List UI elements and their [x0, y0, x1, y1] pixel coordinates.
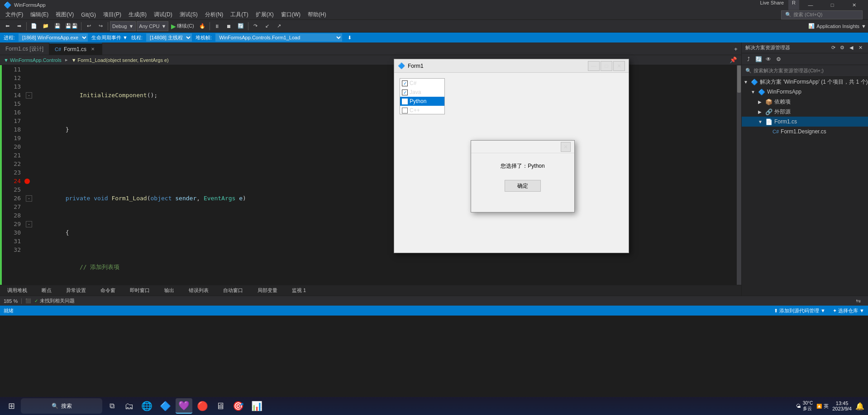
sidebar-settings-btn[interactable]: ⚙ — [838, 44, 846, 52]
taskbar-folder[interactable]: 🗂 — [121, 398, 137, 414]
tab-form1-design[interactable]: Form1.cs [设计] — [0, 43, 49, 55]
menu-edit[interactable]: 编辑(E) — [27, 10, 52, 20]
debug-process-dropdown[interactable]: [1868] WinFormsApp.exe — [19, 33, 88, 42]
panel-tab-command[interactable]: 命令窗 — [97, 286, 119, 295]
panel-tab-auto[interactable]: 自动窗口 — [219, 286, 247, 295]
debug-thread-dropdown[interactable]: [14808] 主线程 — [146, 33, 192, 42]
checked-list-box[interactable]: ✓ C# ✓ Java Python C++ — [400, 78, 445, 114]
checkbox-csharp[interactable]: ✓ — [402, 80, 408, 86]
zoom-value[interactable]: 185 % — [4, 298, 22, 304]
nav-method[interactable]: ▼ Form1_Load(object sender, EventArgs e) — [72, 57, 169, 63]
menu-debug[interactable]: 调试(D) — [150, 10, 176, 20]
sidebar-collapse-all-btn[interactable]: ⤴ — [744, 54, 754, 64]
menu-git[interactable]: Git(G) — [77, 10, 100, 20]
clock[interactable]: 13:45 2023/9/4 — [832, 401, 852, 411]
tree-form1-designer[interactable]: C# Form1.Designer.cs — [742, 127, 868, 137]
menu-project[interactable]: 项目(P) — [100, 10, 125, 20]
tray-up-icon[interactable]: 🔼 — [816, 404, 822, 409]
search-taskbar-btn[interactable]: 🔍 搜索 — [21, 398, 102, 414]
search-box[interactable]: 🔍 搜索 (Ctrl+Q) — [781, 10, 863, 19]
form1-minimize-btn[interactable]: — — [588, 61, 600, 71]
checkbox-cpp[interactable] — [402, 108, 408, 113]
collapse-26[interactable]: - — [26, 195, 32, 202]
new-tab-btn[interactable]: + — [730, 43, 741, 55]
sidebar-close-left-btn[interactable]: ◀ — [847, 44, 855, 52]
debug-expand-icon[interactable]: ⬇ — [348, 35, 352, 41]
toolbar-undo-btn[interactable]: ↩ — [83, 21, 94, 32]
scrollbar-thumb[interactable] — [737, 66, 741, 93]
taskbar-vs-code[interactable]: 🔷 — [157, 398, 174, 414]
toolbar-forward-btn[interactable]: ➡ — [14, 21, 24, 32]
toolbar-back-btn[interactable]: ⬅ — [2, 21, 13, 32]
taskbar-git[interactable]: 🔴 — [194, 398, 211, 414]
menu-view[interactable]: 视图(V) — [52, 10, 77, 20]
breakpoint-24[interactable] — [24, 179, 30, 184]
tree-external[interactable]: ▶ 🔗 外部源 — [742, 107, 868, 117]
sidebar-search-box[interactable]: 🔍 搜索解决方案资源管理器(Ctrl+;) — [742, 65, 868, 77]
panel-tab-exceptions[interactable]: 异常设置 — [62, 286, 90, 295]
taskbar-rider[interactable]: 🎯 — [230, 398, 247, 414]
app-insights[interactable]: 📊 Application Insights ▼ — [808, 23, 866, 29]
taskbar-terminal[interactable]: 🖥 — [213, 398, 228, 414]
form1-close-btn[interactable]: ✕ — [613, 61, 625, 71]
checklist-item-java[interactable]: ✓ Java — [400, 88, 444, 97]
menu-build[interactable]: 生成(B) — [125, 10, 150, 20]
code-content[interactable]: InitializeComponent(); } private void Fo… — [33, 65, 737, 285]
toolbar-step-in[interactable]: ↙ — [262, 21, 273, 32]
add-to-source-control[interactable]: ⬆ 添加到源代码管理 ▼ — [774, 307, 825, 314]
editor-scrollbar-v[interactable] — [737, 65, 741, 285]
tree-solution[interactable]: ▼ 🔷 解决方案 'WinFormsApp' (1 个项目，共 1 个) — [742, 77, 868, 87]
menu-tools[interactable]: 工具(T) — [227, 10, 252, 20]
taskbar-other[interactable]: 📊 — [248, 398, 265, 414]
tab-form1-cs[interactable]: C# Form1.cs ✕ — [49, 43, 102, 55]
panel-tab-errors[interactable]: 错误列表 — [185, 286, 212, 295]
toolbar-attach-btn[interactable]: 🔥 — [197, 21, 208, 32]
panel-tab-breakpoints[interactable]: 断点 — [38, 286, 55, 295]
toolbar-step-out[interactable]: ↗ — [274, 21, 285, 32]
sidebar-sync-btn[interactable]: ⟳ — [829, 44, 837, 52]
toolbar-redo-btn[interactable]: ↪ — [95, 21, 106, 32]
close-button[interactable]: ✕ — [844, 0, 864, 10]
panel-tab-watch[interactable]: 监视 1 — [288, 286, 310, 295]
toolbar-stop-btn[interactable]: ⏹ — [224, 21, 234, 32]
task-view-btn[interactable]: ⧉ — [104, 398, 119, 414]
tree-form1[interactable]: ▼ 📄 Form1.cs — [742, 117, 868, 127]
taskbar-vs[interactable]: 💜 — [176, 398, 192, 414]
toolbar-open-btn[interactable]: 📁 — [40, 21, 51, 32]
run-button[interactable]: ▶ 继续(C) — [169, 23, 196, 30]
toolbar-save-btn[interactable]: 💾 — [52, 21, 63, 32]
tray-lang[interactable]: 英 — [824, 403, 829, 410]
start-button[interactable]: ⊞ — [4, 398, 19, 414]
debug-mode-dropdown[interactable]: Debug ▼ — [110, 21, 136, 31]
sidebar-refresh-btn[interactable]: 🔄 — [754, 54, 763, 64]
toolbar-step-over[interactable]: ↷ — [250, 21, 261, 32]
panel-tab-locals[interactable]: 局部变量 — [254, 286, 281, 295]
msg-close-btn[interactable]: ✕ — [561, 142, 571, 152]
sidebar-show-all-btn[interactable]: 👁 — [763, 54, 773, 64]
checklist-item-csharp[interactable]: ✓ C# — [400, 79, 444, 88]
live-share-label[interactable]: Live Share — [756, 0, 787, 10]
toolbar-new-btn[interactable]: 📄 — [29, 21, 39, 32]
form1-maximize-btn[interactable]: □ — [601, 61, 612, 71]
toolbar-pause-btn[interactable]: ⏸ — [212, 21, 223, 32]
pin-btn[interactable]: 📌 — [729, 56, 738, 65]
menu-extensions[interactable]: 扩展(X) — [252, 10, 277, 20]
maximize-button[interactable]: □ — [822, 0, 843, 10]
checkbox-java[interactable]: ✓ — [402, 90, 408, 95]
r-button[interactable]: R — [788, 0, 799, 10]
tree-deps[interactable]: ▶ 📦 依赖项 — [742, 97, 868, 107]
menu-window[interactable]: 窗口(W) — [277, 10, 304, 20]
toolbar-restart-btn[interactable]: 🔄 — [235, 21, 246, 32]
weather-widget[interactable]: 🌤 30°C 多云 — [796, 401, 813, 412]
cpu-dropdown[interactable]: Any CPU ▼ — [137, 21, 168, 31]
checklist-item-python[interactable]: Python — [400, 97, 444, 106]
checkbox-python[interactable] — [402, 99, 408, 104]
tab-close-cs[interactable]: ✕ — [89, 46, 96, 53]
nav-class[interactable]: ▼ WinFormsApp.Controls — [4, 57, 62, 63]
taskbar-edge[interactable]: 🌐 — [138, 398, 155, 414]
panel-tab-immediate[interactable]: 即时窗口 — [126, 286, 153, 295]
debug-stack-dropdown[interactable]: WinFormsApp.Controls.Form1_Load — [215, 33, 342, 42]
select-repo[interactable]: ✦ 选择仓库 ▼ — [833, 307, 864, 314]
sidebar-close-btn[interactable]: ✕ — [856, 44, 864, 52]
collapse-29[interactable]: - — [26, 221, 32, 227]
